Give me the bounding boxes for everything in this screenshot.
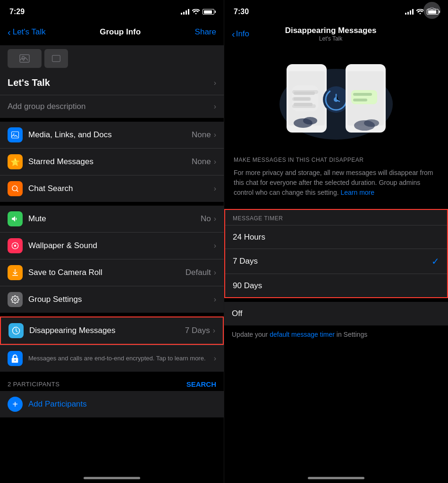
chat-search-label: Chat Search xyxy=(28,184,214,193)
starred-chevron-icon: › xyxy=(214,158,216,166)
add-participant-label: Add Participants xyxy=(28,400,87,409)
save-camera-icon xyxy=(8,265,23,280)
share-button[interactable]: Share xyxy=(195,27,216,37)
group-name-chevron-icon: › xyxy=(214,79,216,87)
svg-point-9 xyxy=(14,299,17,301)
starred-value: None xyxy=(192,157,211,167)
settings-note-prefix: Update your xyxy=(232,331,270,338)
group-desc-chevron-icon: › xyxy=(214,102,216,111)
message-timer-section: MESSAGE TIMER 24 Hours 7 Days ✓ 90 Days xyxy=(224,209,448,298)
wallpaper-label: Wallpaper & Sound xyxy=(28,241,214,250)
left-nav-title: Group Info xyxy=(100,27,141,37)
disappearing-messages-item[interactable]: Disappearing Messages 7 Days › xyxy=(0,316,224,345)
media-label: Media, Links, and Docs xyxy=(28,130,192,140)
participants-header: 2 PARTICIPANTS SEARCH xyxy=(0,375,224,391)
media-value: None xyxy=(192,130,211,140)
learn-more-link[interactable]: Learn more xyxy=(340,189,374,196)
media-chevron-icon: › xyxy=(214,131,216,139)
mute-chevron-icon: › xyxy=(214,215,216,223)
group-settings-label: Group Settings xyxy=(28,295,214,304)
disappearing-icon xyxy=(8,323,24,338)
encryption-icon xyxy=(8,351,23,366)
left-home-indicator xyxy=(0,475,224,483)
wifi-icon xyxy=(192,8,200,16)
add-participant-icon: + xyxy=(8,397,23,412)
wallpaper-icon xyxy=(8,238,23,253)
disappearing-illustration xyxy=(270,50,402,144)
timer-24h-item[interactable]: 24 Hours xyxy=(225,225,447,249)
settings-link-area: Update your default message timer in Set… xyxy=(224,325,448,343)
disappearing-chevron-icon: › xyxy=(213,326,215,335)
left-home-bar xyxy=(84,477,140,479)
media-icon xyxy=(8,127,23,142)
mute-label: Mute xyxy=(28,214,201,224)
timer-off-item[interactable]: Off xyxy=(224,302,448,325)
group-description-item[interactable]: Add group description › xyxy=(0,95,224,118)
right-time: 7:30 xyxy=(234,8,249,16)
photo-thumb-1[interactable] xyxy=(8,49,42,68)
group-name-item[interactable]: Let's Talk › xyxy=(0,71,224,95)
svg-rect-18 xyxy=(294,92,315,95)
wallpaper-sound-item[interactable]: Wallpaper & Sound › xyxy=(0,233,224,259)
mute-icon xyxy=(8,211,23,226)
right-nav-subtitle: Let's Talk xyxy=(249,35,412,42)
photo-thumbnails xyxy=(8,49,68,68)
left-status-bar: 7:29 xyxy=(0,0,224,21)
disappearing-label: Disappearing Messages xyxy=(29,326,185,335)
svg-rect-28 xyxy=(353,99,367,101)
group-settings-item[interactable]: Group Settings › xyxy=(0,286,224,313)
chat-search-chevron-icon: › xyxy=(214,184,216,193)
participants-search-button[interactable]: SEARCH xyxy=(186,380,216,388)
media-section: Media, Links, and Docs None › ⭐ Starred … xyxy=(0,122,224,202)
svg-rect-27 xyxy=(353,93,372,96)
timer-7d-checkmark-icon: ✓ xyxy=(431,256,440,267)
right-nav-title-group: Disappearing Messages Let's Talk xyxy=(249,26,412,42)
svg-point-8 xyxy=(14,245,17,247)
group-settings-icon xyxy=(8,292,23,307)
mute-value: No xyxy=(201,214,211,224)
right-home-bar xyxy=(308,477,364,479)
svg-point-5 xyxy=(13,133,14,134)
chat-search-icon xyxy=(8,181,23,196)
save-camera-roll-item[interactable]: Save to Camera Roll Default › xyxy=(0,259,224,286)
photo-thumb-2[interactable] xyxy=(44,49,68,68)
mute-item[interactable]: Mute No › xyxy=(0,206,224,233)
right-back-button[interactable]: ‹ Info xyxy=(232,29,249,40)
right-panel: 7:30 ‹ Info Disappearing Messages Let's … xyxy=(224,0,448,483)
starred-messages-item[interactable]: ⭐ Starred Messages None › xyxy=(0,149,224,175)
encryption-chevron-icon: › xyxy=(214,354,216,363)
save-camera-chevron-icon: › xyxy=(214,268,216,277)
separator-3 xyxy=(0,313,224,316)
svg-point-32 xyxy=(364,119,379,127)
add-participant-item[interactable]: + Add Participants xyxy=(0,391,224,417)
wallpaper-chevron-icon: › xyxy=(214,242,216,250)
signal-icon xyxy=(181,9,189,15)
chat-search-item[interactable]: Chat Search › xyxy=(0,175,224,202)
timer-90d-item[interactable]: 90 Days xyxy=(225,274,447,297)
left-back-button[interactable]: ‹ Let's Talk xyxy=(8,27,46,37)
right-nav-bar: ‹ Info Disappearing Messages Let's Talk xyxy=(224,21,448,45)
encryption-item[interactable]: Messages and calls are end-to-end encryp… xyxy=(0,345,224,372)
hero-illustration xyxy=(224,45,448,149)
svg-point-1 xyxy=(22,57,25,59)
group-name: Let's Talk xyxy=(8,77,50,88)
save-camera-value: Default xyxy=(186,268,211,277)
right-status-icons xyxy=(405,8,439,16)
starred-icon: ⭐ xyxy=(8,154,23,169)
timer-7d-item[interactable]: 7 Days ✓ xyxy=(225,249,447,274)
settings-section: Mute No › Wallpaper & Sound › Save to Ca… xyxy=(0,206,224,313)
description-body: For more privacy and storage, all new me… xyxy=(234,168,439,198)
starred-label: Starred Messages xyxy=(28,157,192,167)
default-message-timer-link[interactable]: default message timer xyxy=(270,331,335,338)
timer-7d-label: 7 Days xyxy=(233,257,258,266)
timer-off-label: Off xyxy=(232,309,242,318)
timer-90d-label: 90 Days xyxy=(233,281,262,291)
settings-note: Update your default message timer in Set… xyxy=(232,331,367,338)
media-links-docs-item[interactable]: Media, Links, and Docs None › xyxy=(0,122,224,149)
left-back-label: Let's Talk xyxy=(13,27,46,37)
battery-icon xyxy=(203,9,214,15)
right-back-label: Info xyxy=(236,29,249,39)
group-description-placeholder: Add group description xyxy=(8,102,85,111)
right-status-bar: 7:30 xyxy=(224,0,448,21)
separator-4 xyxy=(0,372,224,375)
